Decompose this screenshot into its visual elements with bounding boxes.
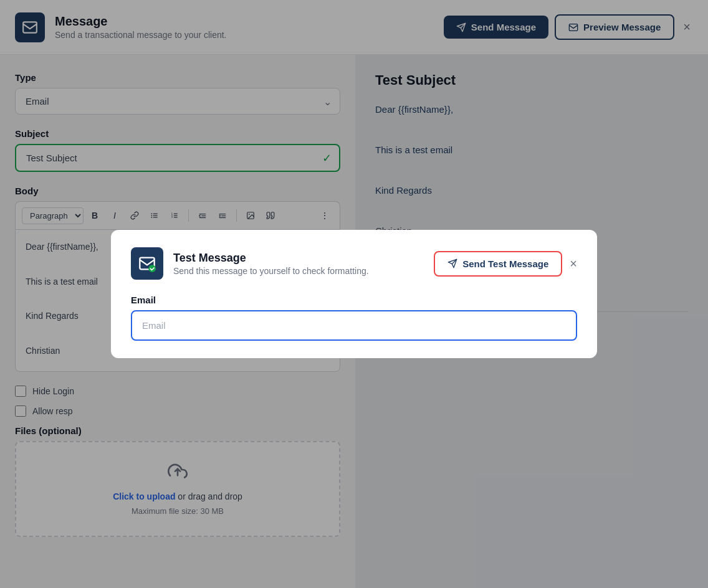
modal-overlay: Test Message Send this message to yourse… <box>0 0 708 588</box>
modal-title: Test Message <box>173 252 369 265</box>
modal-header-left: Test Message Send this message to yourse… <box>131 247 369 280</box>
modal-icon-wrap <box>131 247 163 280</box>
test-message-modal: Test Message Send this message to yourse… <box>111 230 597 358</box>
modal-email-label: Email <box>131 295 577 305</box>
svg-point-23 <box>148 265 156 272</box>
modal-body: Email <box>131 295 577 341</box>
modal-title-wrap: Test Message Send this message to yourse… <box>173 252 369 276</box>
modal-header-right: Send Test Message × <box>434 251 577 277</box>
modal-close-button[interactable]: × <box>570 257 577 271</box>
send-test-message-button[interactable]: Send Test Message <box>434 251 562 277</box>
modal-header: Test Message Send this message to yourse… <box>131 247 577 280</box>
test-message-icon <box>138 255 156 272</box>
send-test-icon <box>447 258 457 268</box>
modal-email-input[interactable] <box>131 310 577 341</box>
modal-subtitle: Send this message to yourself to check f… <box>173 266 369 276</box>
